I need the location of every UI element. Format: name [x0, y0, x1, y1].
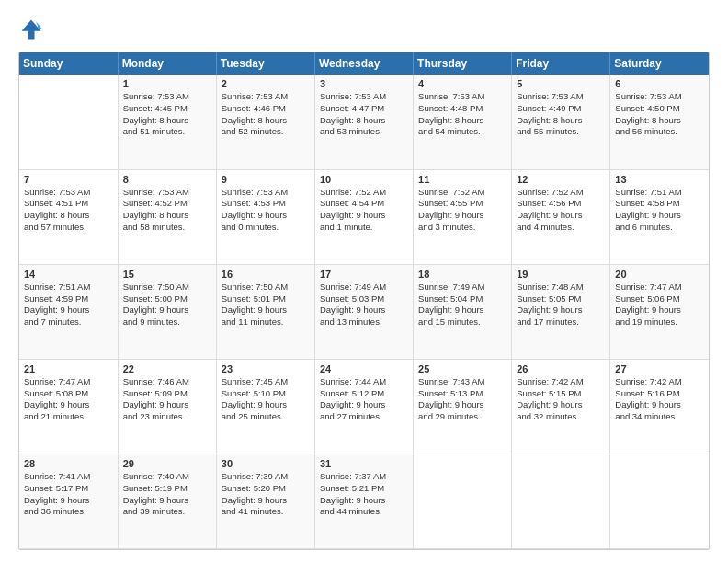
day-number: 8: [123, 174, 211, 185]
calendar-cell: 31Sunrise: 7:37 AM Sunset: 5:21 PM Dayli…: [314, 454, 413, 548]
day-info: Sunrise: 7:48 AM Sunset: 5:05 PM Dayligh…: [517, 282, 605, 328]
calendar-cell: 4Sunrise: 7:53 AM Sunset: 4:48 PM Daylig…: [414, 75, 512, 169]
day-info: Sunrise: 7:50 AM Sunset: 5:00 PM Dayligh…: [123, 282, 211, 328]
calendar-cell: 25Sunrise: 7:43 AM Sunset: 5:13 PM Dayli…: [414, 359, 512, 454]
calendar: SundayMondayTuesdayWednesdayThursdayFrid…: [18, 52, 710, 550]
calendar-cell: 11Sunrise: 7:52 AM Sunset: 4:55 PM Dayli…: [414, 169, 512, 264]
day-info: Sunrise: 7:41 AM Sunset: 5:17 PM Dayligh…: [24, 471, 113, 518]
day-number: 30: [222, 458, 310, 469]
calendar-cell: 15Sunrise: 7:50 AM Sunset: 5:00 PM Dayli…: [118, 264, 216, 359]
day-number: 16: [222, 269, 310, 280]
calendar-cell: 30Sunrise: 7:39 AM Sunset: 5:20 PM Dayli…: [216, 454, 314, 548]
header-cell-tuesday: Tuesday: [216, 52, 314, 75]
day-number: 13: [615, 174, 704, 185]
day-number: 4: [418, 78, 506, 89]
calendar-cell: 13Sunrise: 7:51 AM Sunset: 4:58 PM Dayli…: [610, 169, 709, 264]
calendar-cell: 17Sunrise: 7:49 AM Sunset: 5:03 PM Dayli…: [314, 264, 413, 359]
calendar-cell: 16Sunrise: 7:50 AM Sunset: 5:01 PM Dayli…: [216, 264, 314, 359]
day-number: 1: [123, 78, 211, 89]
header-row: SundayMondayTuesdayWednesdayThursdayFrid…: [19, 52, 709, 75]
day-number: 17: [320, 269, 408, 280]
day-info: Sunrise: 7:53 AM Sunset: 4:50 PM Dayligh…: [615, 91, 704, 138]
calendar-table: SundayMondayTuesdayWednesdayThursdayFrid…: [19, 52, 709, 549]
calendar-cell: 28Sunrise: 7:41 AM Sunset: 5:17 PM Dayli…: [19, 454, 118, 548]
day-info: Sunrise: 7:53 AM Sunset: 4:51 PM Dayligh…: [24, 187, 113, 234]
day-number: 19: [517, 269, 605, 280]
calendar-cell: [19, 75, 118, 169]
calendar-cell: 27Sunrise: 7:42 AM Sunset: 5:16 PM Dayli…: [610, 359, 709, 454]
calendar-body: 1Sunrise: 7:53 AM Sunset: 4:45 PM Daylig…: [19, 75, 709, 549]
header-cell-sunday: Sunday: [19, 52, 118, 75]
day-info: Sunrise: 7:39 AM Sunset: 5:20 PM Dayligh…: [222, 471, 310, 518]
day-info: Sunrise: 7:47 AM Sunset: 5:06 PM Dayligh…: [615, 282, 704, 328]
day-number: 15: [123, 269, 211, 280]
logo-icon: [18, 17, 44, 42]
day-info: Sunrise: 7:45 AM Sunset: 5:10 PM Dayligh…: [222, 376, 310, 423]
header-cell-monday: Monday: [118, 52, 216, 75]
day-number: 3: [320, 78, 408, 89]
calendar-cell: 9Sunrise: 7:53 AM Sunset: 4:53 PM Daylig…: [216, 169, 314, 264]
day-number: 27: [615, 363, 704, 374]
logo: [18, 17, 48, 42]
calendar-cell: [414, 454, 512, 548]
day-info: Sunrise: 7:44 AM Sunset: 5:12 PM Dayligh…: [320, 376, 408, 423]
day-number: 10: [320, 174, 408, 185]
calendar-cell: 26Sunrise: 7:42 AM Sunset: 5:15 PM Dayli…: [512, 359, 610, 454]
calendar-cell: 2Sunrise: 7:53 AM Sunset: 4:46 PM Daylig…: [216, 75, 314, 169]
week-row-5: 28Sunrise: 7:41 AM Sunset: 5:17 PM Dayli…: [19, 454, 709, 548]
calendar-header: SundayMondayTuesdayWednesdayThursdayFrid…: [19, 52, 709, 75]
day-number: 7: [24, 174, 113, 185]
day-number: 20: [615, 269, 704, 280]
day-info: Sunrise: 7:52 AM Sunset: 4:55 PM Dayligh…: [418, 187, 506, 234]
calendar-cell: 24Sunrise: 7:44 AM Sunset: 5:12 PM Dayli…: [314, 359, 413, 454]
day-info: Sunrise: 7:53 AM Sunset: 4:48 PM Dayligh…: [418, 91, 506, 138]
day-info: Sunrise: 7:49 AM Sunset: 5:03 PM Dayligh…: [320, 282, 408, 328]
day-info: Sunrise: 7:46 AM Sunset: 5:09 PM Dayligh…: [123, 376, 211, 423]
day-number: 29: [123, 458, 211, 469]
week-row-3: 14Sunrise: 7:51 AM Sunset: 4:59 PM Dayli…: [19, 264, 709, 359]
day-info: Sunrise: 7:49 AM Sunset: 5:04 PM Dayligh…: [418, 282, 506, 328]
day-number: 25: [418, 363, 506, 374]
calendar-cell: 7Sunrise: 7:53 AM Sunset: 4:51 PM Daylig…: [19, 169, 118, 264]
day-info: Sunrise: 7:52 AM Sunset: 4:56 PM Dayligh…: [517, 187, 605, 234]
day-info: Sunrise: 7:53 AM Sunset: 4:53 PM Dayligh…: [222, 187, 310, 234]
day-info: Sunrise: 7:51 AM Sunset: 4:58 PM Dayligh…: [615, 187, 704, 234]
calendar-cell: 1Sunrise: 7:53 AM Sunset: 4:45 PM Daylig…: [118, 75, 216, 169]
calendar-cell: 10Sunrise: 7:52 AM Sunset: 4:54 PM Dayli…: [314, 169, 413, 264]
day-number: 9: [222, 174, 310, 185]
day-number: 18: [418, 269, 506, 280]
day-info: Sunrise: 7:53 AM Sunset: 4:45 PM Dayligh…: [123, 91, 211, 138]
day-number: 22: [123, 363, 211, 374]
calendar-cell: [610, 454, 709, 548]
calendar-cell: 6Sunrise: 7:53 AM Sunset: 4:50 PM Daylig…: [610, 75, 709, 169]
day-info: Sunrise: 7:37 AM Sunset: 5:21 PM Dayligh…: [320, 471, 408, 518]
week-row-1: 1Sunrise: 7:53 AM Sunset: 4:45 PM Daylig…: [19, 75, 709, 169]
day-number: 21: [24, 363, 113, 374]
header-cell-wednesday: Wednesday: [314, 52, 413, 75]
day-number: 6: [615, 78, 704, 89]
calendar-cell: 3Sunrise: 7:53 AM Sunset: 4:47 PM Daylig…: [314, 75, 413, 169]
calendar-cell: 23Sunrise: 7:45 AM Sunset: 5:10 PM Dayli…: [216, 359, 314, 454]
calendar-cell: 22Sunrise: 7:46 AM Sunset: 5:09 PM Dayli…: [118, 359, 216, 454]
header-cell-saturday: Saturday: [610, 52, 709, 75]
day-info: Sunrise: 7:53 AM Sunset: 4:52 PM Dayligh…: [123, 187, 211, 234]
day-number: 5: [517, 78, 605, 89]
day-number: 14: [24, 269, 113, 280]
day-info: Sunrise: 7:42 AM Sunset: 5:16 PM Dayligh…: [615, 376, 704, 423]
calendar-cell: 21Sunrise: 7:47 AM Sunset: 5:08 PM Dayli…: [19, 359, 118, 454]
day-number: 12: [517, 174, 605, 185]
header-cell-friday: Friday: [512, 52, 610, 75]
calendar-cell: 20Sunrise: 7:47 AM Sunset: 5:06 PM Dayli…: [610, 264, 709, 359]
day-number: 26: [517, 363, 605, 374]
calendar-cell: 29Sunrise: 7:40 AM Sunset: 5:19 PM Dayli…: [118, 454, 216, 548]
header-cell-thursday: Thursday: [414, 52, 512, 75]
calendar-cell: [512, 454, 610, 548]
calendar-cell: 19Sunrise: 7:48 AM Sunset: 5:05 PM Dayli…: [512, 264, 610, 359]
week-row-4: 21Sunrise: 7:47 AM Sunset: 5:08 PM Dayli…: [19, 359, 709, 454]
calendar-cell: 8Sunrise: 7:53 AM Sunset: 4:52 PM Daylig…: [118, 169, 216, 264]
day-number: 31: [320, 458, 408, 469]
day-info: Sunrise: 7:50 AM Sunset: 5:01 PM Dayligh…: [222, 282, 310, 328]
day-number: 24: [320, 363, 408, 374]
day-info: Sunrise: 7:42 AM Sunset: 5:15 PM Dayligh…: [517, 376, 605, 423]
day-number: 23: [222, 363, 310, 374]
